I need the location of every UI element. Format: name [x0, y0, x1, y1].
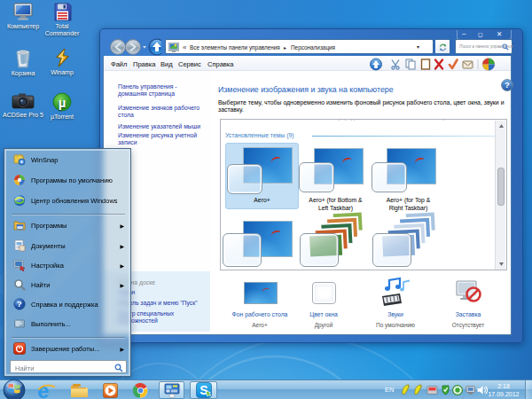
svg-text:e: e: [37, 381, 49, 399]
svg-text:µ: µ: [59, 95, 66, 110]
svg-text:?: ?: [505, 80, 510, 90]
svg-text:?: ?: [17, 299, 22, 309]
